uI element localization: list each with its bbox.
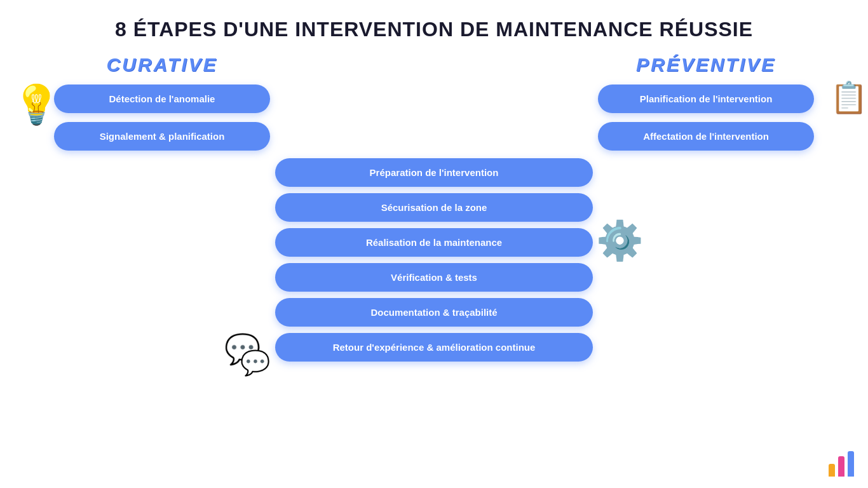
main-layout: 💡 CURATIVE Détection de l'anomalie Signa… [0,54,868,362]
bar-2 [838,456,844,477]
right-column: 📋 PRÉVENTIVE Planification de l'interven… [595,54,836,151]
center-step-3-wrapper: ⚙️ Réalisation de la maintenance [275,228,593,257]
center-step-1: Préparation de l'intervention [275,158,593,187]
left-step-2: Signalement & planification [54,122,270,151]
left-column: 💡 CURATIVE Détection de l'anomalie Signa… [32,54,273,151]
barchart-icon [829,451,854,477]
left-step-1: Détection de l'anomalie [54,85,270,113]
center-step-2: Sécurisation de la zone [275,193,593,222]
right-step-2: Affectation de l'intervention [598,122,814,151]
center-step-3: Réalisation de la maintenance [275,228,593,257]
lightbulb-icon: 💡 [13,86,60,124]
center-step-6-wrapper: 💬 💬 Retour d'expérience & amélioration c… [275,333,593,362]
center-step-4: Vérification & tests [275,263,593,292]
center-step-5: Documentation & traçabilité [275,298,593,327]
center-step-6: Retour d'expérience & amélioration conti… [275,333,593,362]
chat-icon-2: 💬 [240,351,270,375]
bar-1 [829,464,835,477]
preventive-header: PRÉVENTIVE [636,54,776,76]
center-steps: Préparation de l'intervention Sécurisati… [19,158,849,362]
right-step-1: Planification de l'intervention [598,85,814,113]
page-wrapper: 8 ÉTAPES D'UNE INTERVENTION DE MAINTENAN… [0,0,868,488]
checklist-icon: 📋 [830,83,868,113]
curative-header: CURATIVE [106,54,217,76]
top-row: 💡 CURATIVE Détection de l'anomalie Signa… [19,54,849,151]
gear-icon: ⚙️ [596,222,644,260]
page-title: 8 ÉTAPES D'UNE INTERVENTION DE MAINTENAN… [0,0,868,54]
bar-3 [848,451,854,477]
